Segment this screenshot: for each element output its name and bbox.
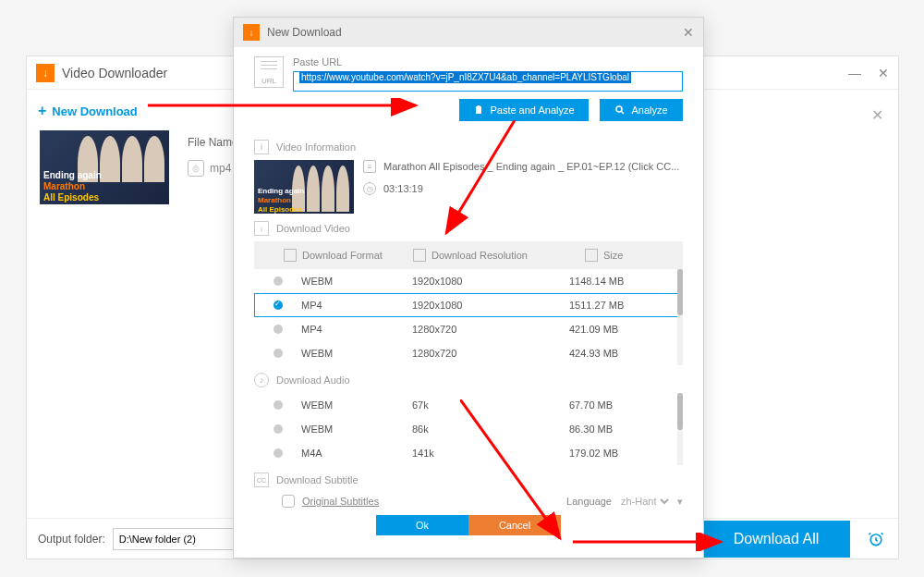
radio-icon[interactable] xyxy=(255,400,301,410)
format-row[interactable]: WEBM67k67.70 MB xyxy=(254,393,683,417)
resolution-cell: 141k xyxy=(412,448,569,459)
download-video-header: ↓ Download Video xyxy=(254,221,683,236)
size-cell: 421.09 MB xyxy=(569,324,673,335)
resolution-cell: 86k xyxy=(412,424,569,435)
format-row[interactable]: WEBM1920x10801148.14 MB xyxy=(254,269,683,293)
plus-icon: + xyxy=(38,103,46,119)
dialog-titlebar: ↓ New Download ✕ xyxy=(234,18,703,47)
chevron-down-icon: ▾ xyxy=(677,496,683,508)
audio-scrollbar[interactable] xyxy=(677,393,683,465)
dialog-close-icon[interactable]: ✕ xyxy=(683,25,694,40)
search-icon xyxy=(614,104,626,116)
audio-icon: ♪ xyxy=(254,373,269,387)
size-cell: 1511.27 MB xyxy=(569,300,673,311)
output-folder-label: Output folder: xyxy=(38,533,105,546)
audio-formats-table: WEBM67k67.70 MBWEBM86k86.30 MBM4A141k179… xyxy=(254,393,683,465)
format-row[interactable]: MP41280x720421.09 MB xyxy=(254,317,683,341)
size-header: Size xyxy=(603,250,674,261)
camera-icon: ◎ xyxy=(188,160,204,177)
format-row[interactable]: M4A141k179.02 MB xyxy=(254,441,683,465)
size-cell: 67.70 MB xyxy=(569,399,673,411)
radio-icon[interactable] xyxy=(255,349,301,358)
radio-icon[interactable] xyxy=(255,276,301,286)
radio-icon[interactable] xyxy=(255,325,301,334)
size-icon xyxy=(585,249,598,262)
dialog-title: New Download xyxy=(267,26,342,39)
video-thumbnail[interactable]: Ending again Marathon All Episodes xyxy=(40,130,169,204)
dialog-app-icon: ↓ xyxy=(243,24,260,41)
resolution-header: Download Resolution xyxy=(432,250,568,261)
size-cell: 86.30 MB xyxy=(569,424,673,435)
size-cell: 424.93 MB xyxy=(569,348,673,359)
analyze-button[interactable]: Analyze xyxy=(600,99,683,121)
clock-icon: ◷ xyxy=(363,182,376,195)
svg-rect-1 xyxy=(476,106,481,114)
resolution-cell: 1280x720 xyxy=(412,324,569,335)
format-header: Download Format xyxy=(302,250,396,261)
url-icon: URL xyxy=(254,56,284,88)
format-row[interactable]: MP41920x10801511.27 MB xyxy=(254,293,683,317)
size-cell: 179.02 MB xyxy=(569,448,673,459)
clipboard-icon xyxy=(473,104,484,116)
url-input[interactable]: https://www.youtube.com/watch?v=jP_nI8ZX… xyxy=(293,71,683,92)
video-information-header: i Video Information xyxy=(254,140,683,154)
format-cell: MP4 xyxy=(301,300,412,311)
format-row[interactable]: WEBM86k86.30 MB xyxy=(254,417,683,441)
original-subtitles-checkbox[interactable] xyxy=(282,495,295,508)
alarm-icon[interactable] xyxy=(865,528,887,550)
paste-url-label: Paste URL xyxy=(293,56,683,68)
cancel-button[interactable]: Cancel xyxy=(468,515,561,535)
video-duration: 03:13:19 xyxy=(383,183,423,194)
output-folder-input[interactable] xyxy=(113,528,251,550)
language-label: Language xyxy=(566,496,612,507)
cc-icon: CC xyxy=(254,473,269,487)
download-all-button[interactable]: Download All xyxy=(702,521,850,558)
format-cell: WEBM xyxy=(301,399,412,411)
new-download-dialog: ↓ New Download ✕ URL Paste URL https://w… xyxy=(233,17,704,559)
format-row[interactable]: WEBM1280x720424.93 MB xyxy=(254,341,683,365)
format-cell: M4A xyxy=(301,448,412,459)
download-video-icon: ↓ xyxy=(254,221,269,236)
content-close-icon[interactable]: ✕ xyxy=(871,106,883,124)
paste-and-analyze-button[interactable]: Paste and Analyze xyxy=(459,99,589,121)
radio-icon[interactable] xyxy=(255,448,301,458)
format-cell: MP4 xyxy=(301,324,412,335)
video-scrollbar[interactable] xyxy=(677,269,683,365)
svg-rect-2 xyxy=(478,105,480,107)
radio-icon[interactable] xyxy=(255,424,301,434)
minimize-icon[interactable]: — xyxy=(848,66,861,80)
document-icon: ≡ xyxy=(363,160,376,173)
app-icon: ↓ xyxy=(36,64,55,82)
ok-button[interactable]: Ok xyxy=(376,515,468,535)
app-title: Video Downloader xyxy=(62,66,167,80)
video-thumbnail-small: Ending again Marathon All Episodes xyxy=(254,160,354,214)
format-cell: WEBM xyxy=(301,348,412,359)
info-icon: i xyxy=(254,140,269,154)
resolution-cell: 1920x1080 xyxy=(412,300,569,311)
format-cell: WEBM xyxy=(301,276,412,287)
format-cell: WEBM xyxy=(301,424,412,435)
resolution-cell: 67k xyxy=(412,399,569,411)
video-formats-table: Download Format Download Resolution Size… xyxy=(254,241,683,365)
resolution-cell: 1280x720 xyxy=(412,348,569,359)
radio-icon[interactable] xyxy=(255,301,301,310)
download-subtitle-header: CC Download Subtitle xyxy=(254,473,683,487)
format-icon xyxy=(284,249,297,262)
resolution-cell: 1920x1080 xyxy=(412,276,569,287)
close-icon[interactable]: ✕ xyxy=(878,66,889,80)
language-select[interactable]: zh-Hant xyxy=(617,495,672,508)
resolution-icon xyxy=(413,249,426,262)
file-type-indicator: ◎ mp4 xyxy=(188,160,231,177)
video-title: Marathon All Episodes _ Ending again _ E… xyxy=(383,161,679,172)
original-subtitles-label: Original Subtitles xyxy=(302,496,379,507)
svg-point-3 xyxy=(616,106,622,112)
new-download-button[interactable]: + New Download xyxy=(27,95,149,127)
download-audio-header: ♪ Download Audio xyxy=(254,373,683,387)
size-cell: 1148.14 MB xyxy=(569,276,673,287)
new-download-label: New Download xyxy=(52,104,137,118)
